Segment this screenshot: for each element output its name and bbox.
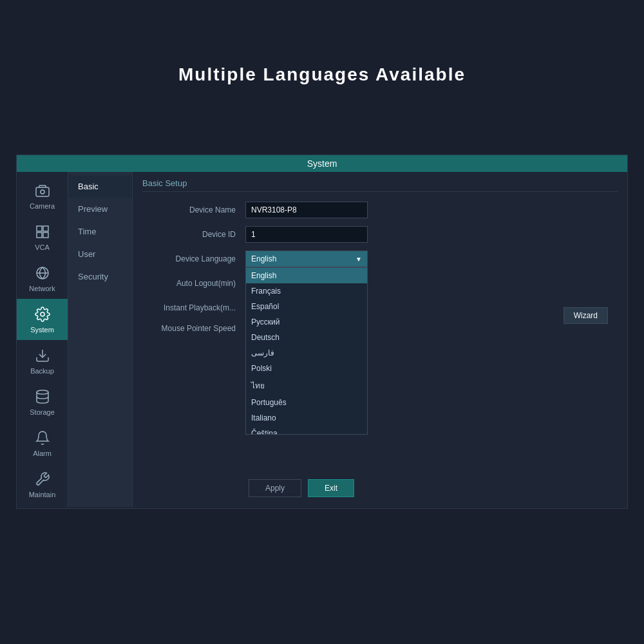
language-option-english[interactable]: English: [246, 268, 367, 283]
exit-button[interactable]: Exit: [308, 479, 354, 497]
language-dropdown-selected[interactable]: English ▼: [245, 251, 368, 267]
sub-sidebar-item-time[interactable]: Time: [68, 220, 132, 243]
language-option-thai[interactable]: ไทย: [246, 376, 367, 395]
sidebar-item-system[interactable]: System: [17, 299, 68, 340]
network-icon: [33, 264, 52, 282]
auto-logout-row: Auto Logout(min): [142, 275, 618, 292]
vca-icon: [33, 223, 52, 241]
language-dropdown-list: English Français Español Русский Deutsch…: [245, 267, 368, 435]
device-language-row: Device Language English ▼ English França…: [142, 251, 618, 267]
section-title: Basic Setup: [142, 178, 618, 192]
sidebar-item-backup[interactable]: Backup: [17, 340, 68, 381]
svg-point-1: [41, 190, 44, 194]
device-name-input[interactable]: [245, 202, 368, 218]
sub-sidebar-item-user[interactable]: User: [68, 243, 132, 265]
device-id-input[interactable]: [245, 226, 368, 243]
sidebar-item-storage[interactable]: Storage: [17, 381, 68, 422]
svg-rect-3: [43, 226, 48, 231]
sidebar-label-system: System: [30, 326, 54, 334]
instant-playback-label: Instant Playback(m...: [142, 303, 245, 312]
language-selected-text: English: [251, 254, 276, 263]
auto-logout-label: Auto Logout(min): [142, 279, 245, 288]
sidebar-label-alarm: Alarm: [33, 450, 52, 457]
sidebar: Camera VCA: [17, 172, 68, 507]
sub-sidebar: Basic Preview Time User Security: [68, 172, 133, 507]
apply-button[interactable]: Apply: [249, 479, 301, 497]
window-content: Camera VCA: [17, 172, 627, 507]
maintain-icon: [33, 470, 52, 488]
camera-icon: [33, 182, 52, 200]
mouse-pointer-label: Mouse Pointer Speed: [142, 324, 245, 333]
language-option-russian[interactable]: Русский: [246, 314, 367, 330]
language-option-cestina[interactable]: Čeština: [246, 426, 367, 435]
sidebar-label-maintain: Maintain: [29, 491, 56, 498]
language-option-deutsch[interactable]: Deutsch: [246, 330, 367, 345]
wizard-button[interactable]: Wizard: [564, 307, 608, 324]
instant-playback-row: Instant Playback(m...: [142, 299, 618, 316]
sub-sidebar-item-security[interactable]: Security: [68, 265, 132, 288]
sidebar-label-vca: VCA: [35, 243, 50, 251]
language-option-farsi[interactable]: فارسی: [246, 345, 367, 361]
device-language-label: Device Language: [142, 254, 245, 263]
sidebar-item-network[interactable]: Network: [17, 258, 68, 299]
sidebar-item-alarm[interactable]: Alarm: [17, 422, 68, 464]
sidebar-label-network: Network: [29, 285, 55, 292]
svg-point-9: [37, 390, 48, 394]
storage-icon: [33, 388, 52, 406]
svg-point-7: [41, 312, 44, 316]
window-titlebar: System: [17, 155, 627, 172]
main-window: System Camera: [16, 155, 628, 509]
svg-rect-5: [43, 232, 48, 238]
language-option-polski[interactable]: Polski: [246, 361, 367, 376]
sidebar-label-backup: Backup: [30, 367, 54, 375]
sidebar-item-camera[interactable]: Camera: [17, 175, 68, 216]
sub-sidebar-item-preview[interactable]: Preview: [68, 198, 132, 220]
sidebar-label-storage: Storage: [30, 408, 55, 416]
language-option-portuguese[interactable]: Português: [246, 395, 367, 410]
main-content: Basic Setup Device Name Device ID Device…: [133, 172, 627, 507]
system-icon: [33, 305, 52, 323]
svg-rect-4: [37, 232, 42, 238]
device-name-row: Device Name: [142, 202, 618, 218]
language-option-francais[interactable]: Français: [246, 283, 367, 299]
backup-icon: [33, 346, 52, 365]
svg-rect-2: [37, 226, 42, 231]
language-option-espanol[interactable]: Español: [246, 299, 367, 314]
mouse-pointer-row: Mouse Pointer Speed: [142, 324, 618, 333]
page-title: Multiple Languages Available: [0, 0, 644, 85]
sidebar-label-camera: Camera: [30, 202, 55, 210]
sidebar-item-maintain[interactable]: Maintain: [17, 464, 68, 505]
device-name-label: Device Name: [142, 205, 245, 214]
bottom-buttons: Apply Exit: [249, 479, 354, 497]
language-dropdown-wrapper: English ▼ English Français Español Русск…: [245, 251, 368, 267]
sidebar-item-vca[interactable]: VCA: [17, 216, 68, 258]
svg-rect-0: [36, 187, 49, 196]
device-id-row: Device ID: [142, 226, 618, 243]
device-id-label: Device ID: [142, 230, 245, 239]
language-option-italiano[interactable]: Italiano: [246, 410, 367, 426]
alarm-icon: [33, 429, 52, 447]
sub-sidebar-item-basic[interactable]: Basic: [68, 175, 132, 198]
chevron-down-icon: ▼: [355, 256, 362, 263]
